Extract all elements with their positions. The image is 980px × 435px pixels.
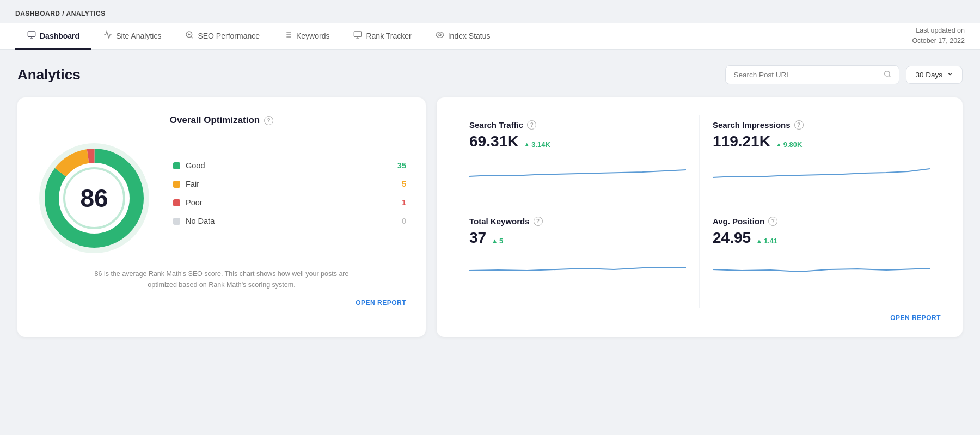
tab-keywords[interactable]: Keywords xyxy=(272,23,341,50)
tab-rank-tracker-label: Rank Tracker xyxy=(366,32,411,40)
search-impressions-help-icon[interactable]: ? xyxy=(794,120,804,130)
legend-nodata: No Data 0 xyxy=(173,217,406,225)
svg-line-4 xyxy=(191,36,193,38)
page-title: Analytics xyxy=(17,66,81,83)
search-traffic-sparkline xyxy=(469,157,686,183)
legend-label-fair: Fair xyxy=(186,180,396,188)
donut-score: 86 xyxy=(80,186,108,211)
legend-dot-nodata xyxy=(173,218,180,225)
analytics-header: Analytics 30 Days xyxy=(17,65,963,84)
chart-icon xyxy=(103,30,112,41)
legend-label-nodata: No Data xyxy=(186,217,396,225)
delta-arrow-up3: ▲ xyxy=(492,237,498,244)
search-icon xyxy=(884,70,891,79)
days-dropdown[interactable]: 30 Days xyxy=(906,66,963,84)
metric-search-impressions: Search Impressions ? 119.21K ▲ 9.80K xyxy=(700,115,943,211)
search-traffic-value-row: 69.31K ▲ 3.14K xyxy=(469,133,686,150)
optimization-card: Overall Optimization ? xyxy=(17,97,426,337)
search-url-input[interactable] xyxy=(733,71,879,79)
legend-value-good: 35 xyxy=(397,161,406,170)
tab-site-analytics[interactable]: Site Analytics xyxy=(91,23,173,50)
tab-site-analytics-label: Site Analytics xyxy=(116,32,161,40)
seo-icon xyxy=(185,30,194,41)
keywords-icon xyxy=(284,30,292,41)
search-traffic-help-icon[interactable]: ? xyxy=(527,120,536,130)
breadcrumb: DASHBOARD / ANALYTICS xyxy=(0,0,980,23)
svg-point-16 xyxy=(439,34,441,36)
metric-search-traffic-title: Search Traffic ? xyxy=(469,120,686,130)
eye-icon xyxy=(436,30,444,41)
optimization-body: 86 Good 35 Fair 5 xyxy=(37,141,406,255)
open-report-link-left[interactable]: OPEN REPORT xyxy=(37,299,406,307)
search-traffic-delta: ▲ 3.14K xyxy=(524,140,550,149)
tab-dashboard-label: Dashboard xyxy=(40,32,79,40)
metric-total-keywords: Total Keywords ? 37 ▲ 5 xyxy=(456,211,700,308)
metric-search-impressions-title: Search Impressions ? xyxy=(713,120,930,130)
metric-total-keywords-title: Total Keywords ? xyxy=(469,217,686,226)
svg-point-17 xyxy=(885,71,890,76)
metric-avg-position-title: Avg. Position ? xyxy=(713,217,930,226)
legend-poor: Poor 1 xyxy=(173,198,406,207)
total-keywords-sparkline xyxy=(469,253,686,279)
breadcrumb-current: ANALYTICS xyxy=(66,10,106,17)
search-impressions-delta: ▲ 9.80K xyxy=(776,140,803,149)
legend-value-nodata: 0 xyxy=(402,217,406,225)
search-url-field[interactable] xyxy=(725,65,899,84)
svg-rect-0 xyxy=(28,32,35,36)
tab-seo-performance-label: SEO Performance xyxy=(198,32,260,40)
donut-center: 86 xyxy=(80,186,108,211)
total-keywords-value-row: 37 ▲ 5 xyxy=(469,229,686,247)
legend-dot-poor xyxy=(173,199,180,206)
legend-value-fair: 5 xyxy=(402,180,406,188)
last-updated: Last updated on October 17, 2022 xyxy=(912,26,965,46)
search-traffic-value: 69.31K xyxy=(469,133,518,150)
monitor-icon xyxy=(27,30,36,41)
tab-rank-tracker[interactable]: Rank Tracker xyxy=(341,23,423,50)
header-controls: 30 Days xyxy=(725,65,963,84)
last-updated-date: October 17, 2022 xyxy=(912,36,965,46)
legend-label-poor: Poor xyxy=(186,198,396,207)
breadcrumb-separator: / xyxy=(62,10,66,17)
search-impressions-sparkline xyxy=(713,157,930,183)
svg-line-18 xyxy=(889,76,891,77)
last-updated-label: Last updated on xyxy=(912,26,965,36)
delta-arrow-up2: ▲ xyxy=(776,141,782,148)
legend-value-poor: 1 xyxy=(402,198,406,207)
svg-rect-13 xyxy=(354,32,362,36)
legend-dot-good xyxy=(173,162,180,169)
days-dropdown-label: 30 Days xyxy=(915,71,942,79)
avg-position-help-icon[interactable]: ? xyxy=(768,217,777,226)
main-content: Analytics 30 Days Overall Optimization ? xyxy=(0,50,980,352)
tab-index-status[interactable]: Index Status xyxy=(424,23,503,50)
legend-good: Good 35 xyxy=(173,161,406,170)
open-report-link-right[interactable]: OPEN REPORT xyxy=(456,308,943,322)
metric-avg-position: Avg. Position ? 24.95 ▲ 1.41 xyxy=(700,211,943,308)
metrics-card: Search Traffic ? 69.31K ▲ 3.14K Searc xyxy=(437,97,963,337)
tab-index-status-label: Index Status xyxy=(448,32,491,40)
optimization-help-icon[interactable]: ? xyxy=(264,116,273,125)
delta-arrow-up4: ▲ xyxy=(756,237,762,244)
legend-fair: Fair 5 xyxy=(173,180,406,188)
cards-row: Overall Optimization ? xyxy=(17,97,963,337)
avg-position-value: 24.95 xyxy=(713,229,751,247)
metric-search-traffic: Search Traffic ? 69.31K ▲ 3.14K xyxy=(456,115,700,211)
avg-position-delta: ▲ 1.41 xyxy=(756,237,777,245)
legend-label-good: Good xyxy=(186,161,392,170)
breadcrumb-prefix: DASHBOARD xyxy=(15,10,60,17)
tab-bar: Dashboard Site Analytics SEO Performance… xyxy=(0,23,980,50)
total-keywords-delta: ▲ 5 xyxy=(492,237,503,245)
optimization-title: Overall Optimization ? xyxy=(37,115,406,126)
search-impressions-value: 119.21K xyxy=(713,133,770,150)
optimization-legend: Good 35 Fair 5 Poor 1 N xyxy=(173,161,406,235)
tab-dashboard[interactable]: Dashboard xyxy=(15,23,91,50)
delta-arrow-up: ▲ xyxy=(524,141,530,148)
tab-seo-performance[interactable]: SEO Performance xyxy=(173,23,272,50)
legend-dot-fair xyxy=(173,181,180,188)
optimization-description: 86 is the average Rank Math's SEO score.… xyxy=(80,268,363,290)
avg-position-value-row: 24.95 ▲ 1.41 xyxy=(713,229,930,247)
total-keywords-help-icon[interactable]: ? xyxy=(534,217,543,226)
avg-position-sparkline xyxy=(713,253,930,279)
total-keywords-value: 37 xyxy=(469,229,486,247)
search-impressions-value-row: 119.21K ▲ 9.80K xyxy=(713,133,930,150)
rank-tracker-icon xyxy=(353,30,362,41)
